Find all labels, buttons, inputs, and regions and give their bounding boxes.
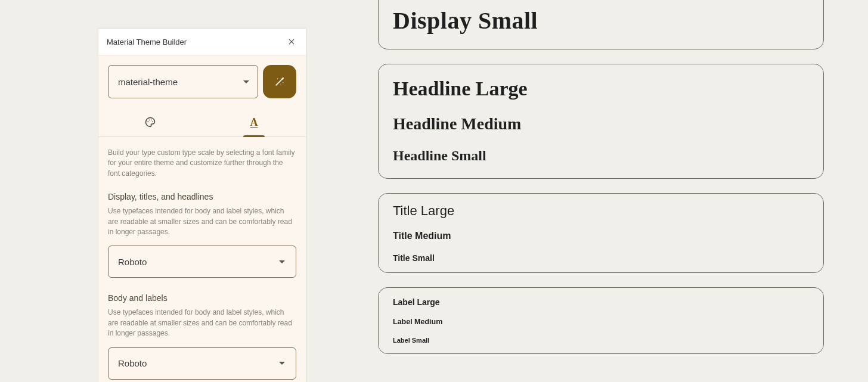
svg-point-4 (149, 119, 150, 120)
tab-fonts[interactable]: A (202, 108, 306, 136)
section-body-title: Body and labels (108, 293, 296, 303)
headline-medium-sample: Headline Medium (393, 114, 809, 133)
card-display: Display Small (378, 0, 824, 49)
title-large-sample: Title Large (393, 203, 809, 219)
magic-wand-button[interactable] (263, 65, 296, 98)
headline-large-sample: Headline Large (393, 77, 809, 100)
preview-area: Display Small Headline Large Headline Me… (378, 0, 824, 354)
panel-header: Material Theme Builder (98, 29, 306, 55)
display-font-value: Roboto (118, 257, 147, 267)
title-medium-sample: Title Medium (393, 231, 809, 241)
tab-colors[interactable] (98, 108, 202, 136)
chevron-down-icon (243, 80, 249, 83)
label-large-sample: Label Large (393, 297, 809, 307)
palette-icon (144, 116, 156, 128)
card-label: Label Large Label Medium Label Small (378, 287, 824, 354)
section-display-desc: Use typefaces intended for body and labe… (108, 206, 296, 237)
card-headline: Headline Large Headline Medium Headline … (378, 64, 824, 179)
svg-point-5 (151, 119, 152, 120)
theme-builder-panel: Material Theme Builder material-theme (98, 28, 306, 382)
panel-body: material-theme (98, 55, 306, 382)
svg-point-0 (277, 78, 278, 79)
chevron-down-icon (279, 260, 285, 263)
label-small-sample: Label Small (393, 337, 809, 344)
body-font-select[interactable]: Roboto (108, 347, 296, 380)
theme-row: material-theme (108, 65, 296, 98)
svg-point-2 (280, 85, 281, 85)
display-small-sample: Display Small (393, 7, 809, 35)
close-icon (287, 38, 296, 46)
tabs: A (98, 108, 306, 137)
svg-point-6 (152, 121, 153, 122)
panel-title: Material Theme Builder (107, 38, 187, 46)
theme-name-select[interactable]: material-theme (108, 65, 258, 98)
chevron-down-icon (279, 362, 285, 365)
display-font-select[interactable]: Roboto (108, 246, 296, 278)
section-body-desc: Use typefaces intended for body and labe… (108, 308, 296, 338)
close-button[interactable] (286, 36, 297, 48)
title-small-sample: Title Small (393, 253, 809, 263)
card-title: Title Large Title Medium Title Small (378, 193, 824, 273)
theme-name-value: material-theme (118, 77, 178, 87)
section-display-title: Display, titles, and headlines (108, 192, 296, 201)
svg-point-3 (147, 121, 148, 122)
svg-point-1 (283, 82, 283, 83)
headline-small-sample: Headline Small (393, 148, 809, 164)
font-icon: A (250, 116, 258, 129)
magic-wand-icon (274, 76, 286, 88)
label-medium-sample: Label Medium (393, 318, 809, 326)
intro-text: Build your type custom type scale by sel… (108, 148, 296, 179)
body-font-value: Roboto (118, 358, 147, 368)
